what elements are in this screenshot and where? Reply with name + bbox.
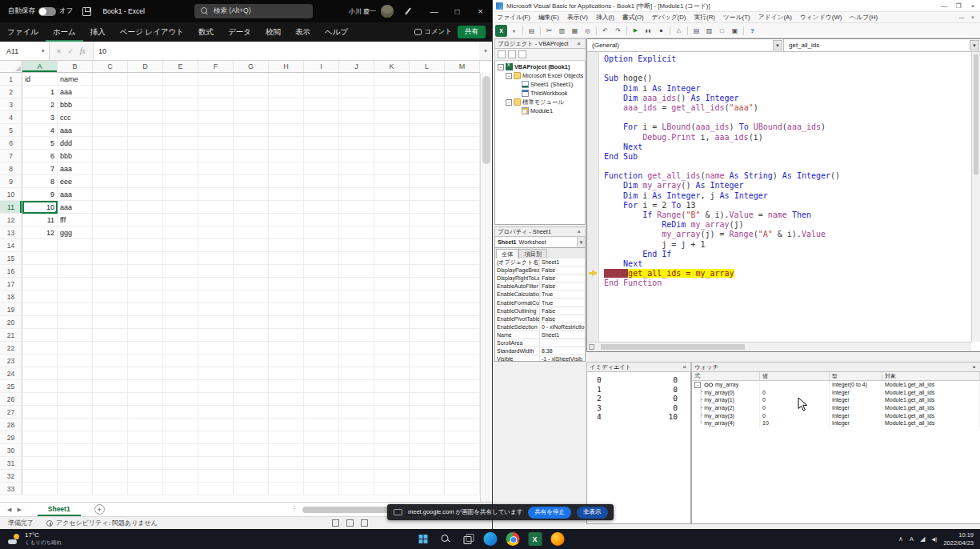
- cell-G1[interactable]: [234, 73, 269, 86]
- expander-icon[interactable]: -: [506, 73, 512, 79]
- accessibility-status[interactable]: アクセシビリティ: 問題ありません: [46, 519, 158, 527]
- cell-F29[interactable]: [198, 431, 234, 444]
- cell-F26[interactable]: [198, 393, 234, 406]
- cell-A19[interactable]: [22, 303, 58, 316]
- cell-L17[interactable]: [410, 278, 445, 291]
- cell-F17[interactable]: [198, 278, 234, 291]
- cell-H23[interactable]: [269, 355, 304, 367]
- share-button[interactable]: 共有: [458, 26, 486, 38]
- cell-C33[interactable]: [93, 483, 128, 495]
- search-input[interactable]: 検索 (Alt+Q): [194, 4, 313, 18]
- cell-G8[interactable]: [234, 162, 269, 175]
- cell-A7[interactable]: 6: [22, 150, 58, 162]
- code-line[interactable]: Dim aaa_ids() As Integer: [604, 94, 971, 103]
- cell-M13[interactable]: [445, 226, 480, 239]
- procedure-dropdown[interactable]: get_all_ids ▼: [784, 39, 980, 51]
- cell-K25[interactable]: [374, 380, 410, 393]
- cell-C29[interactable]: [93, 431, 128, 444]
- cell-A18[interactable]: [22, 291, 58, 303]
- cell-G27[interactable]: [234, 406, 269, 419]
- redo-icon[interactable]: [612, 25, 624, 37]
- cell-H1[interactable]: [269, 73, 304, 86]
- ribbon-tab-ヘルプ[interactable]: ヘルプ: [318, 22, 355, 42]
- watch-col-header-値[interactable]: 値: [760, 372, 830, 381]
- property-value[interactable]: False: [540, 266, 585, 274]
- name-box-dropdown-icon[interactable]: ▼: [41, 48, 46, 54]
- row-header-21[interactable]: 21: [0, 329, 22, 342]
- row-header-6[interactable]: 6: [0, 137, 22, 150]
- code-line[interactable]: Dim i As Integer, j As Integer: [604, 191, 971, 201]
- cell-E24[interactable]: [163, 367, 198, 380]
- cell-B14[interactable]: [58, 239, 93, 252]
- volume-icon[interactable]: [931, 535, 937, 543]
- menu-編集(E)[interactable]: 編集(E): [534, 13, 563, 22]
- cell-B12[interactable]: fff: [58, 214, 93, 226]
- cell-I1[interactable]: [304, 73, 339, 86]
- cell-I32[interactable]: [304, 470, 339, 483]
- cell-J20[interactable]: [339, 316, 374, 329]
- cell-I27[interactable]: [304, 406, 339, 419]
- cell-D26[interactable]: [128, 393, 163, 406]
- cell-F1[interactable]: [198, 73, 234, 86]
- cell-D31[interactable]: [128, 457, 163, 470]
- immediate-row[interactable]: 20: [587, 394, 690, 403]
- cell-F9[interactable]: [198, 175, 234, 188]
- row-header-8[interactable]: 8: [0, 162, 22, 175]
- cell-D33[interactable]: [128, 483, 163, 495]
- menu-ウィンドウ(W)[interactable]: ウィンドウ(W): [796, 13, 846, 22]
- cell-M22[interactable]: [445, 342, 480, 355]
- cell-C22[interactable]: [93, 342, 128, 355]
- cell-L23[interactable]: [410, 355, 445, 367]
- cell-C28[interactable]: [93, 419, 128, 431]
- cell-C26[interactable]: [93, 393, 128, 406]
- cell-K28[interactable]: [374, 419, 410, 431]
- cell-F31[interactable]: [198, 457, 234, 470]
- menu-ファイル(F)[interactable]: ファイル(F): [493, 13, 534, 22]
- code-line[interactable]: Function get_all_ids(name As String) As …: [604, 171, 971, 181]
- cell-F5[interactable]: [198, 124, 234, 137]
- property-name[interactable]: (オブジェクト名): [495, 258, 540, 266]
- child-minimize-button[interactable]: —: [956, 13, 967, 22]
- immediate-row[interactable]: 30: [587, 403, 690, 413]
- ribbon-tab-校閲[interactable]: 校閲: [258, 22, 288, 42]
- cell-L12[interactable]: [410, 214, 445, 226]
- cell-E9[interactable]: [163, 175, 198, 188]
- vba-minimize-button[interactable]: —: [937, 0, 951, 12]
- cell-B23[interactable]: [58, 355, 93, 367]
- cell-E5[interactable]: [163, 124, 198, 137]
- cell-A32[interactable]: [22, 470, 58, 483]
- ribbon-tab-データ[interactable]: データ: [221, 22, 258, 42]
- paste-icon[interactable]: [569, 25, 581, 37]
- row-header-31[interactable]: 31: [0, 457, 22, 470]
- cell-A17[interactable]: [22, 278, 58, 291]
- code-line[interactable]: End Function: [604, 279, 971, 288]
- cell-C15[interactable]: [93, 252, 128, 265]
- cell-E12[interactable]: [163, 214, 198, 226]
- start-icon[interactable]: [416, 532, 430, 546]
- cell-G16[interactable]: [234, 265, 269, 278]
- cell-J12[interactable]: [339, 214, 374, 226]
- cell-A1[interactable]: id: [22, 73, 58, 86]
- cell-L3[interactable]: [410, 98, 445, 111]
- minimize-button[interactable]: —: [422, 0, 446, 22]
- properties-close-icon[interactable]: ×: [575, 228, 582, 235]
- cell-F20[interactable]: [198, 316, 234, 329]
- ribbon-tab-ページ レイアウト[interactable]: ページ レイアウト: [113, 22, 191, 42]
- cell-L11[interactable]: [410, 201, 445, 214]
- property-value[interactable]: False: [540, 315, 585, 323]
- row-header-16[interactable]: 16: [0, 265, 22, 278]
- undo-icon[interactable]: [599, 25, 611, 37]
- cell-J33[interactable]: [339, 483, 374, 495]
- enter-icon[interactable]: ✓: [67, 47, 74, 55]
- cell-C8[interactable]: [93, 162, 128, 175]
- watch-col-header-式[interactable]: 式: [692, 372, 760, 381]
- cell-C9[interactable]: [93, 175, 128, 188]
- cell-I15[interactable]: [304, 252, 339, 265]
- child-close-button[interactable]: ×: [967, 13, 978, 22]
- cell-K22[interactable]: [374, 342, 410, 355]
- object-dropdown-icon[interactable]: ▼: [773, 40, 782, 50]
- cell-F6[interactable]: [198, 137, 234, 150]
- row-header-28[interactable]: 28: [0, 419, 22, 431]
- cell-A5[interactable]: 4: [22, 124, 58, 137]
- cell-J25[interactable]: [339, 380, 374, 393]
